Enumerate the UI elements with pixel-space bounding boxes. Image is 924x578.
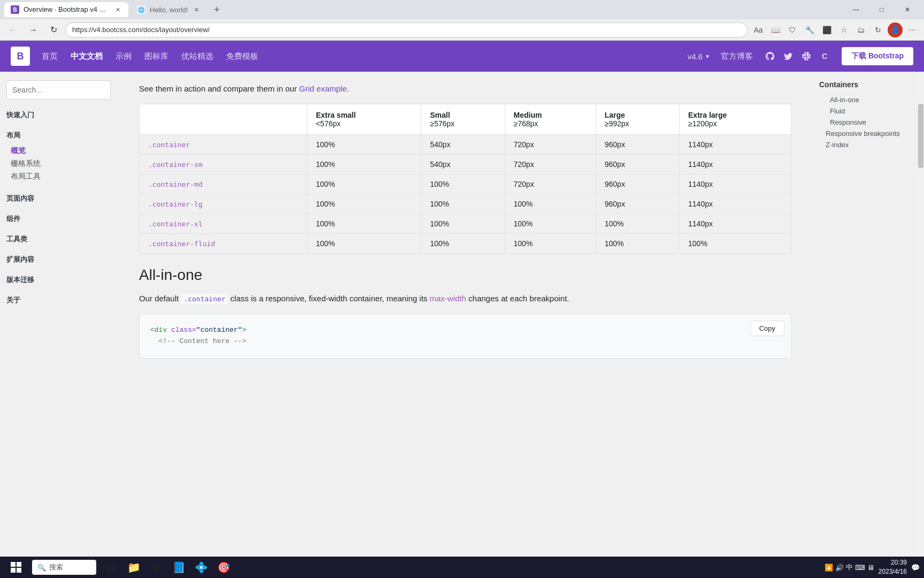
right-sidebar-breakpoints[interactable]: Responsive breakpoints bbox=[819, 128, 913, 139]
profile-icon[interactable]: 👤 bbox=[888, 22, 903, 37]
navbar-link-icons[interactable]: 图标库 bbox=[143, 49, 170, 64]
table-cell-xl: 1140px bbox=[680, 155, 791, 174]
tab-bootstrap-close[interactable]: ✕ bbox=[113, 5, 122, 14]
browser-title-bar: B Overview · Bootstrap v4 中文文... ✕ 🌐 Hel… bbox=[0, 0, 924, 19]
table-cell-class: .container bbox=[140, 135, 307, 155]
hello-favicon: 🌐 bbox=[137, 5, 145, 14]
table-cell-class: .container-xl bbox=[140, 214, 307, 234]
toolbar-actions: Aa 📖 🛡 🔧 ⬛ ☆ 🗂 ↻ 👤 ⋯ bbox=[751, 22, 920, 37]
sidebar-item-grid[interactable]: 栅格系统 bbox=[6, 157, 111, 170]
collections-icon[interactable]: 🗂 bbox=[853, 22, 868, 37]
table-cell-md: 100% bbox=[505, 214, 596, 234]
read-mode-icon[interactable]: 📖 bbox=[768, 22, 783, 37]
favorites-icon[interactable]: ☆ bbox=[836, 22, 851, 37]
sidebar-section-utilities: 工具类 bbox=[6, 234, 111, 244]
sidebar-heading-content: 页面内容 bbox=[6, 194, 111, 203]
bootstrap-logo[interactable]: B bbox=[11, 47, 30, 66]
tab-bootstrap-label: Overview · Bootstrap v4 中文文... bbox=[24, 5, 109, 14]
table-row: .container-sm 100% 540px 720px 960px 114… bbox=[140, 155, 791, 174]
tab-hello[interactable]: 🌐 Hello, world! ✕ bbox=[130, 2, 207, 17]
table-cell-sm: 100% bbox=[421, 194, 505, 214]
table-cell-md: 100% bbox=[505, 234, 596, 254]
table-row: .container-xl 100% 100% 100% 100% 1140px bbox=[140, 214, 791, 234]
grid-example-link[interactable]: Grid example bbox=[299, 84, 346, 93]
table-row: .container-md 100% 100% 720px 960px 1140… bbox=[140, 174, 791, 194]
table-th-xl: Extra large≥1200px bbox=[680, 104, 791, 135]
sidebar-heading-layout: 布局 bbox=[6, 131, 111, 140]
table-cell-lg: 960px bbox=[596, 135, 679, 155]
social-links: C bbox=[764, 50, 831, 63]
sidebar-section-about: 关于 bbox=[6, 295, 111, 305]
table-row: .container-fluid 100% 100% 100% 100% 100… bbox=[140, 234, 791, 254]
intro-paragraph: See them in action and compare them in o… bbox=[139, 82, 791, 95]
right-sidebar-title: Containers bbox=[819, 80, 913, 89]
table-cell-class: .container-fluid bbox=[140, 234, 307, 254]
navbar-link-themes[interactable]: 优站精选 bbox=[180, 49, 214, 64]
sidebar-item-overview[interactable]: 概览 bbox=[6, 144, 111, 157]
browser-shield-icon[interactable]: 🛡 bbox=[785, 22, 800, 37]
tab-bootstrap[interactable]: B Overview · Bootstrap v4 中文文... ✕ bbox=[4, 2, 128, 17]
table-cell-sm: 100% bbox=[421, 214, 505, 234]
twitter-icon[interactable] bbox=[782, 50, 795, 63]
opencollective-icon[interactable]: C bbox=[818, 50, 831, 63]
bootstrap-navbar: B 首页 中文文档 示例 图标库 优站精选 免费模板 v4.6 ▼ 官方博客 C… bbox=[0, 41, 924, 72]
tab-hello-close[interactable]: ✕ bbox=[192, 5, 201, 14]
back-button[interactable]: ← bbox=[4, 21, 21, 39]
code-line-2: <!-- Content here --> bbox=[150, 336, 780, 347]
search-input[interactable] bbox=[6, 80, 111, 100]
refresh-icon[interactable]: ↻ bbox=[871, 22, 886, 37]
download-button[interactable]: 下载 Bootstrap bbox=[842, 47, 913, 65]
sidebar-section-extend: 扩展内容 bbox=[6, 255, 111, 264]
sidebar-heading-about: 关于 bbox=[6, 295, 111, 305]
minimize-button[interactable]: — bbox=[844, 0, 868, 19]
table-cell-class: .container-sm bbox=[140, 155, 307, 174]
navbar-blog[interactable]: 官方博客 bbox=[721, 51, 753, 62]
maximize-button[interactable]: □ bbox=[869, 0, 894, 19]
table-cell-xl: 1140px bbox=[680, 214, 791, 234]
table-cell-sm: 100% bbox=[421, 234, 505, 254]
sidebar-item-utilities[interactable]: 布局工具 bbox=[6, 170, 111, 183]
github-icon[interactable] bbox=[764, 50, 776, 63]
table-cell-lg: 960px bbox=[596, 194, 679, 214]
table-cell-xl: 1140px bbox=[680, 174, 791, 194]
navbar-link-home[interactable]: 首页 bbox=[41, 49, 59, 64]
right-sidebar-all-in-one[interactable]: All-in-one bbox=[819, 94, 913, 105]
table-cell-md: 720px bbox=[505, 174, 596, 194]
right-sidebar-zindex[interactable]: Z-index bbox=[819, 139, 913, 150]
extensions-icon[interactable]: 🔧 bbox=[802, 22, 817, 37]
right-sidebar-fluid[interactable]: Fluid bbox=[819, 105, 913, 117]
navbar-link-templates[interactable]: 免费模板 bbox=[225, 49, 259, 64]
table-cell-md: 720px bbox=[505, 135, 596, 155]
max-width-link[interactable]: max-width bbox=[430, 294, 466, 303]
table-cell-xs: 100% bbox=[307, 234, 421, 254]
translate-icon[interactable]: Aa bbox=[751, 22, 766, 37]
copy-button[interactable]: Copy bbox=[750, 321, 784, 336]
intro-text-before: See them in action and compare them in o… bbox=[139, 84, 299, 93]
new-tab-button[interactable]: + bbox=[210, 2, 225, 17]
vertical-scrollbar[interactable] bbox=[918, 72, 924, 557]
sidebar-section-migration: 版本迁移 bbox=[6, 275, 111, 285]
navbar-link-examples[interactable]: 示例 bbox=[114, 49, 133, 64]
sidebar-section-layout: 布局 概览 栅格系统 布局工具 bbox=[6, 131, 111, 183]
reload-button[interactable]: ↻ bbox=[45, 21, 62, 39]
table-header-row: Extra small<576px Small≥576px Medium≥768… bbox=[140, 104, 791, 135]
sidebar-section-components: 组件 bbox=[6, 214, 111, 224]
slack-icon[interactable] bbox=[800, 50, 813, 63]
container-inline-code: .container bbox=[181, 294, 228, 304]
section-text3: changes at each breakpoint. bbox=[466, 294, 569, 303]
address-bar[interactable]: https://v4.bootcss.com/docs/layout/overv… bbox=[65, 22, 748, 37]
navbar-link-docs[interactable]: 中文文档 bbox=[70, 49, 104, 64]
version-arrow-icon: ▼ bbox=[705, 54, 710, 59]
sidebar-heading-quickstart: 快速入门 bbox=[6, 110, 111, 120]
tab-hello-label: Hello, world! bbox=[150, 6, 188, 14]
table-cell-xs: 100% bbox=[307, 135, 421, 155]
table-row: .container 100% 540px 720px 960px 1140px bbox=[140, 135, 791, 155]
close-button[interactable]: ✕ bbox=[895, 0, 920, 19]
menu-button[interactable]: ⋯ bbox=[905, 22, 920, 37]
split-view-icon[interactable]: ⬛ bbox=[819, 22, 834, 37]
forward-button[interactable]: → bbox=[25, 21, 42, 39]
right-sidebar-responsive[interactable]: Responsive bbox=[819, 117, 913, 128]
scrollbar-thumb[interactable] bbox=[918, 104, 923, 168]
table-cell-lg: 960px bbox=[596, 155, 679, 174]
version-dropdown[interactable]: v4.6 ▼ bbox=[688, 52, 710, 61]
